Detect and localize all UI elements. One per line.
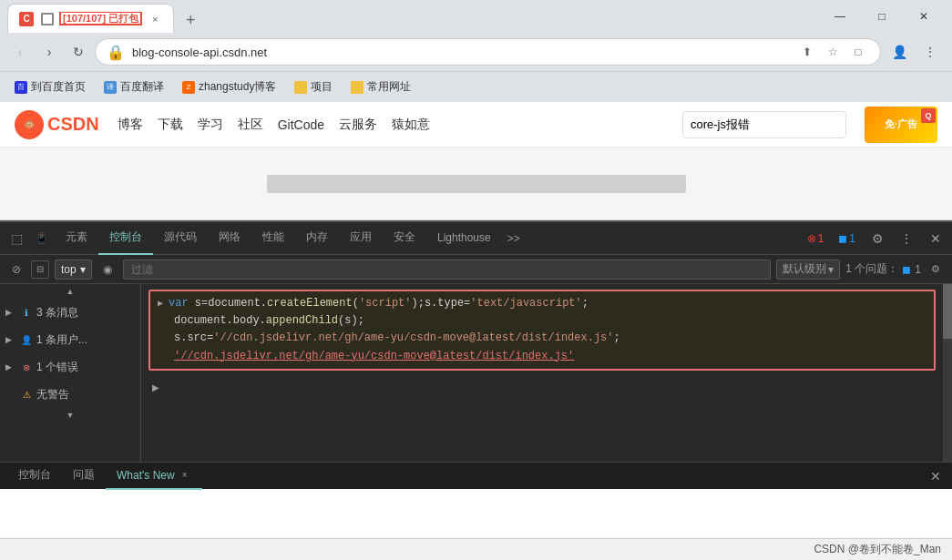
log-level-selector[interactable]: 默认级别 ▾ [776, 260, 840, 280]
bookmark-translate[interactable]: 译 百度翻译 [97, 76, 171, 99]
browser-menu-button[interactable]: ⋮ [916, 37, 945, 66]
console-main[interactable]: ▶ var s=document.createElement('script')… [141, 284, 943, 462]
code-line-4: '//cdn.jsdelivr.net/gh/ame-yu/csdn-move@… [158, 348, 926, 365]
code-line-4-text[interactable]: '//cdn.jsdelivr.net/gh/ame-yu/csdn-move@… [174, 350, 574, 362]
devtools-device-button[interactable]: 📱 [29, 226, 55, 251]
tab-favicon-file [41, 13, 54, 25]
refresh-button[interactable]: ↻ [66, 39, 91, 65]
csdn-search-input[interactable] [682, 111, 846, 138]
bookmark-baidu[interactable]: 百 到百度首页 [7, 76, 93, 99]
expand-icon: ▶ [5, 308, 16, 317]
csdn-nav-cloud[interactable]: 云服务 [339, 117, 377, 133]
profile-button[interactable]: 👤 [885, 37, 914, 66]
bookmark-folder-project [294, 81, 307, 94]
issue-settings-button[interactable]: ⚙ [926, 260, 945, 279]
filter-section-icon[interactable]: ⊟ [31, 260, 49, 279]
address-bar: ‹ › ↻ 🔒 blog-console-api.csdn.net ⬆ ☆ □ … [0, 33, 952, 71]
tab-area: C [107/107] 已打包 × + [7, 0, 815, 33]
bottom-tab-issues[interactable]: 问题 [62, 463, 106, 490]
code-block: ▶ var s=document.createElement('script')… [148, 290, 936, 371]
csdn-nav-download[interactable]: 下载 [158, 117, 183, 133]
bottom-tab-whats-new-close[interactable]: × [179, 469, 191, 482]
csdn-nav-blog[interactable]: 博客 [118, 117, 143, 133]
active-tab[interactable]: C [107/107] 已打包 × [7, 4, 174, 33]
bookmark-star-icon[interactable]: ☆ [822, 41, 844, 63]
devtools-more-button[interactable]: ⋮ [894, 226, 919, 251]
info-icon: ℹ [20, 306, 33, 319]
close-button[interactable]: ✕ [903, 0, 945, 33]
scrollbar-thumb[interactable] [943, 284, 952, 339]
user-label: 1 条用户... [36, 332, 135, 348]
console-scrollbar[interactable] [943, 284, 952, 462]
bookmark-blog[interactable]: Z zhangstudy博客 [175, 76, 283, 99]
warn-badge: ◼ 1 [833, 230, 861, 247]
code-line-3-text: s.src='//cdn.jsdelivr.net/gh/ame-yu/csdn… [174, 331, 620, 344]
bookmark-project-label: 项目 [311, 79, 333, 95]
devtools-console: ▲ ▶ ℹ 3 条消息 ▶ 👤 1 条用户... ▶ ⊗ [0, 284, 952, 462]
csdn-nav-gitcode[interactable]: GitCode [278, 117, 324, 132]
minimize-button[interactable]: — [819, 0, 861, 33]
expand-icon-3: ▶ [5, 362, 16, 372]
devtools-inspect-button[interactable]: ⬚ [4, 226, 29, 251]
devtools-tab-performance[interactable]: 性能 [251, 222, 295, 255]
code-line-3: s.src='//cdn.jsdelivr.net/gh/ame-yu/csdn… [158, 330, 926, 347]
bottom-tab-whats-new[interactable]: What's New × [106, 463, 202, 490]
csdn-ad-banner: 免·广告 Q [865, 107, 937, 143]
url-bar[interactable]: 🔒 blog-console-api.csdn.net ⬆ ☆ □ [95, 38, 881, 66]
devtools-tab-console[interactable]: 控制台 [98, 222, 153, 255]
extensions-icon[interactable]: □ [847, 41, 869, 63]
sidebar-warn-row[interactable]: ⚠ 无警告 [0, 381, 140, 408]
issue-count-num: 1 [915, 263, 921, 276]
csdn-nav-learn[interactable]: 学习 [198, 117, 223, 133]
top-label: top [61, 263, 77, 276]
csdn-nav-monkey[interactable]: 猿如意 [392, 117, 430, 133]
bottom-tab-console-label: 控制台 [18, 467, 51, 483]
sidebar-messages-row[interactable]: ▶ ℹ 3 条消息 [0, 299, 140, 326]
csdn-nav-community[interactable]: 社区 [238, 117, 263, 133]
devtools-tab-memory[interactable]: 内存 [295, 222, 339, 255]
tab-close-button[interactable]: × [148, 12, 162, 26]
bottom-tab-console[interactable]: 控制台 [7, 463, 62, 490]
level-label: 默认级别 [783, 261, 826, 277]
devtools-toolbar: ⬚ 📱 元素 控制台 源代码 网络 性能 内存 应用 安全 Lighthouse… [0, 222, 952, 255]
top-context-selector[interactable]: top ▾ [55, 260, 92, 280]
maximize-button[interactable]: □ [861, 0, 903, 33]
page-gray-area [0, 148, 952, 220]
error-small-icon: ⊗ [20, 361, 33, 373]
tab-title: [107/107] 已打包 [59, 12, 142, 25]
bookmark-favicon-translate: 译 [104, 81, 117, 94]
url-actions: ⬆ ☆ □ [796, 41, 869, 63]
devtools-tab-lighthouse[interactable]: Lighthouse [426, 222, 502, 255]
gray-bar [267, 175, 686, 193]
devtools-tab-application[interactable]: 应用 [339, 222, 383, 255]
devtools-tab-network[interactable]: 网络 [208, 222, 251, 255]
devtools-more-tabs[interactable]: >> [502, 232, 526, 245]
sidebar-error-row[interactable]: ▶ ⊗ 1 个错误 [0, 353, 140, 381]
lock-icon: 🔒 [107, 44, 125, 61]
tab-favicon-c: C [19, 12, 34, 26]
devtools-close-button[interactable]: ✕ [923, 226, 948, 251]
toolbar-right: 👤 ⋮ [885, 37, 945, 66]
bookmark-project[interactable]: 项目 [287, 76, 340, 99]
messages-label: 3 条消息 [36, 305, 135, 321]
sidebar-user-row[interactable]: ▶ 👤 1 条用户... [0, 326, 140, 353]
share-icon[interactable]: ⬆ [796, 41, 818, 63]
error-badge: ⊗ 1 [802, 230, 830, 247]
back-button[interactable]: ‹ [7, 39, 33, 65]
new-tab-button[interactable]: + [178, 7, 203, 33]
bottom-bar-close-button[interactable]: ✕ [926, 467, 945, 485]
eye-button[interactable]: ◉ [97, 260, 118, 280]
forward-button[interactable]: › [36, 39, 62, 65]
window-controls: — □ ✕ [819, 0, 945, 33]
ban-icon[interactable]: ⊘ [7, 260, 26, 279]
devtools-tab-security[interactable]: 安全 [383, 222, 426, 255]
devtools-settings-button[interactable]: ⚙ [865, 226, 890, 251]
status-text: CSDN @卷到不能卷_Man [814, 542, 941, 557]
error-icon: ⊗ [807, 232, 816, 245]
bookmark-common[interactable]: 常用网址 [343, 76, 418, 99]
devtools-tab-sources[interactable]: 源代码 [153, 222, 208, 255]
console-filter-input[interactable] [123, 260, 772, 280]
warn-small-icon-2: ⚠ [20, 388, 33, 401]
devtools-tab-elements[interactable]: 元素 [55, 222, 98, 255]
page-content: 🐵 CSDN 博客 下载 学习 社区 GitCode 云服务 猿如意 免·广告 … [0, 102, 952, 538]
